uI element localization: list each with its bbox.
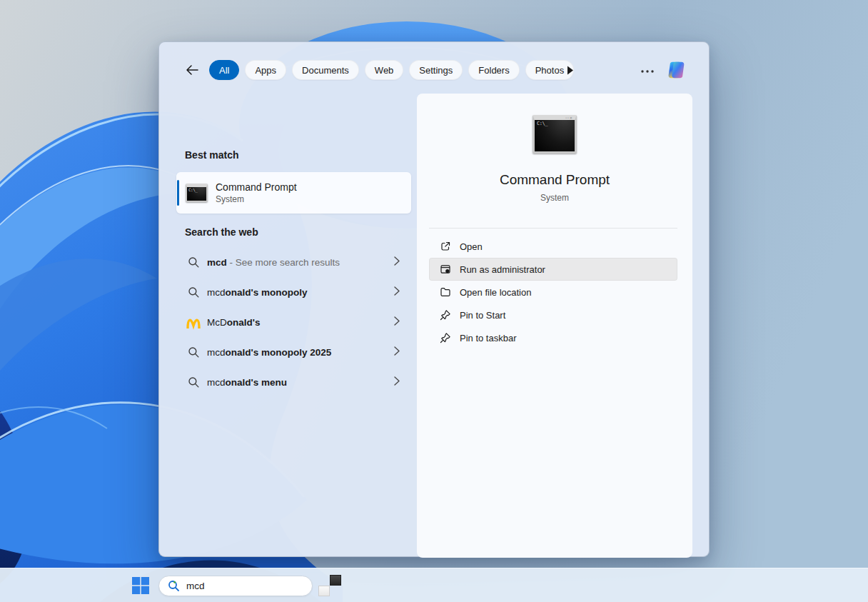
taskbar-search-box[interactable]: mcd (158, 576, 313, 596)
start-button[interactable] (128, 573, 153, 598)
web-suggestion-menu[interactable]: mcdonald's menu (176, 367, 411, 397)
taskbar-app-windows-stack[interactable] (318, 574, 341, 597)
search-icon (185, 373, 202, 391)
tab-settings[interactable]: Settings (409, 60, 463, 80)
action-run-as-administrator[interactable]: Run as administrator (429, 258, 677, 281)
chevron-right-icon (394, 316, 400, 328)
run-as-admin-icon (439, 264, 451, 276)
search-icon (168, 580, 180, 592)
caret-right-icon (567, 66, 574, 75)
pin-icon (439, 332, 451, 344)
search-icon (185, 343, 202, 361)
action-list: Open Run as administrator Open file loca… (429, 235, 677, 349)
taskbar: mcd (0, 568, 868, 602)
search-icon (185, 254, 202, 271)
preview-title: Command Prompt (417, 172, 692, 188)
best-match-item[interactable]: C:\_ Command Prompt System (176, 172, 411, 214)
folder-icon (439, 286, 451, 299)
tab-apps[interactable]: Apps (245, 60, 286, 80)
search-icon (185, 284, 202, 301)
selection-accent-bar (177, 180, 179, 206)
desktop: All Apps Documents Web Settings Folders … (0, 0, 868, 602)
web-suggestion-mcdonalds[interactable]: McDonald's (176, 307, 411, 337)
chevron-right-icon (394, 286, 400, 299)
command-prompt-icon-large: ▫▫✕ C:\_ (533, 115, 577, 154)
mcdonalds-icon (185, 313, 202, 331)
windows-logo-icon (132, 577, 149, 594)
web-suggestion-monopoly[interactable]: mcdonald's monopoly (176, 277, 411, 307)
command-prompt-icon: C:\_ (186, 184, 208, 202)
copilot-icon (666, 59, 687, 81)
tab-web[interactable]: Web (365, 60, 404, 80)
action-open[interactable]: Open (429, 235, 677, 258)
action-pin-to-start[interactable]: Pin to Start (429, 303, 677, 326)
web-suggestion-monopoly-2025[interactable]: mcdonald's monopoly 2025 (176, 337, 411, 367)
divider (429, 228, 677, 229)
search-filter-tabs: All Apps Documents Web Settings Folders … (209, 60, 574, 80)
action-open-file-location[interactable]: Open file location (429, 281, 677, 303)
back-arrow-icon (186, 65, 198, 75)
results-column: Best match C:\_ Command Prompt System Se… (159, 94, 417, 556)
back-button[interactable] (183, 61, 201, 79)
tab-folders[interactable]: Folders (468, 60, 519, 80)
flyout-header: All Apps Documents Web Settings Folders … (159, 42, 709, 94)
open-icon (439, 241, 451, 253)
pin-icon (439, 309, 451, 321)
taskbar-search-value: mcd (186, 581, 205, 591)
best-match-heading: Best match (185, 149, 238, 161)
copilot-button[interactable] (666, 59, 687, 81)
tab-documents[interactable]: Documents (292, 60, 359, 80)
chevron-right-icon (394, 376, 400, 388)
best-match-title: Command Prompt (216, 181, 297, 193)
best-match-subtitle: System (216, 194, 297, 204)
action-pin-to-taskbar[interactable]: Pin to taskbar (429, 326, 677, 349)
web-suggestion-see-more[interactable]: mcd - See more search results (176, 247, 411, 277)
search-flyout: All Apps Documents Web Settings Folders … (158, 41, 710, 557)
tab-all[interactable]: All (209, 60, 239, 80)
more-filters-button[interactable] (562, 63, 578, 77)
search-web-heading: Search the web (185, 226, 258, 238)
ellipsis-icon (640, 69, 655, 74)
preview-subtitle: System (417, 193, 692, 203)
chevron-right-icon (394, 256, 400, 269)
more-options-button[interactable] (638, 64, 657, 76)
chevron-right-icon (394, 346, 400, 358)
preview-panel: ▫▫✕ C:\_ Command Prompt System Open (417, 94, 692, 558)
